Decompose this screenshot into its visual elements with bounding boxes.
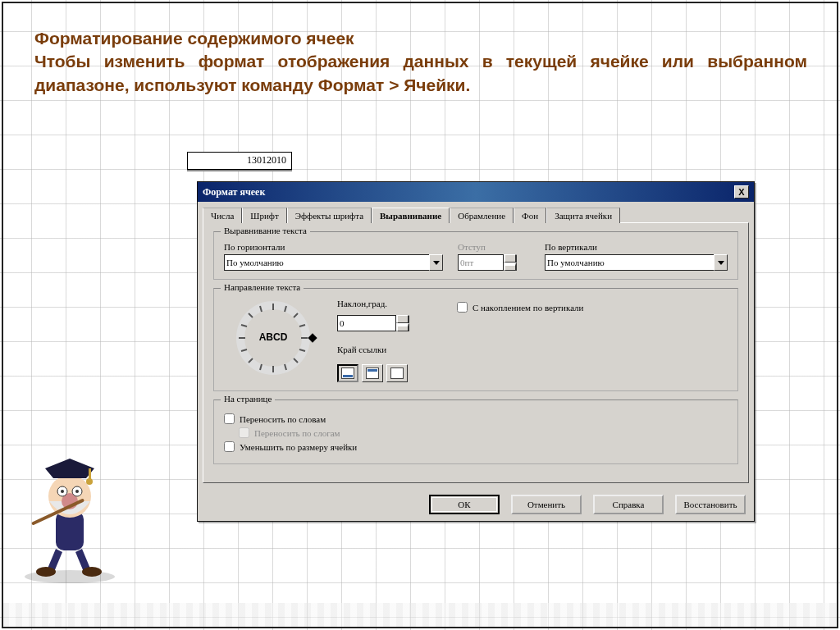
text-direction-legend: Направление текста	[221, 282, 304, 292]
hyphenation-input	[239, 427, 249, 438]
vertically-stacked-label: С накоплением по вертикали	[472, 303, 584, 313]
vertical-value[interactable]	[545, 254, 714, 271]
svg-rect-10	[89, 468, 91, 480]
svg-point-14	[82, 567, 102, 577]
indent-value	[458, 254, 504, 271]
slide-body-line: Чтобы изменить формат отображения данных…	[34, 50, 807, 97]
shrink-to-fit-input[interactable]	[224, 441, 235, 452]
tab-cell-protection[interactable]: Защита ячейки	[546, 208, 620, 223]
indent-label: Отступ	[458, 242, 530, 252]
vertically-stacked-checkbox[interactable]: С накоплением по вертикали	[457, 302, 584, 313]
svg-point-11	[86, 478, 93, 485]
dial-text: ABCD	[234, 331, 313, 343]
shrink-to-fit-label: Уменьшить по размеру ячейки	[240, 442, 357, 452]
alignment-panel: Выравнивание текста По горизонтали Отсту…	[203, 222, 749, 483]
svg-point-13	[36, 567, 56, 577]
angle-label: Наклон,град.	[337, 299, 409, 308]
ref-edge-inside[interactable]	[386, 364, 408, 382]
tab-numbers[interactable]: Числа	[203, 208, 242, 223]
spin-up-icon[interactable]	[396, 315, 409, 323]
properties-legend: На странице	[221, 394, 275, 404]
spin-down-icon	[504, 262, 517, 271]
horizontal-label: По горизонтали	[224, 242, 443, 252]
svg-marker-8	[45, 468, 94, 478]
hyphenation-label: Переносить по слогам	[254, 428, 340, 438]
spin-up-icon	[504, 254, 517, 262]
footer-pattern	[2, 603, 838, 628]
close-button[interactable]: X	[734, 185, 749, 199]
reset-button[interactable]: Восстановить	[675, 495, 746, 514]
spin-down-icon[interactable]	[396, 323, 409, 331]
hyphenation-checkbox: Переносить по слогам	[224, 427, 728, 438]
tab-background[interactable]: Фон	[514, 208, 546, 223]
wrap-words-label: Переносить по словам	[240, 414, 326, 424]
tab-font-effects[interactable]: Эффекты шрифта	[287, 208, 372, 223]
reference-edge-label: Край ссылки	[337, 345, 409, 354]
vertically-stacked-input[interactable]	[457, 302, 468, 313]
text-direction-group: Направление текста	[213, 288, 738, 391]
vertical-select[interactable]	[545, 254, 728, 271]
horizontal-value[interactable]	[224, 254, 429, 271]
cancel-button[interactable]: Отменить	[511, 495, 582, 514]
wrap-words-input[interactable]	[224, 413, 235, 424]
indent-spin-buttons	[504, 254, 517, 271]
ref-edge-bottom[interactable]	[337, 364, 358, 382]
indent-spinner	[458, 254, 530, 271]
svg-point-7	[75, 490, 79, 493]
close-icon: X	[738, 187, 744, 197]
horizontal-select[interactable]	[224, 254, 443, 271]
wrap-words-checkbox[interactable]: Переносить по словам	[224, 413, 728, 424]
rotation-dial[interactable]: ABCD	[234, 299, 313, 377]
slide-heading: Форматирование содержимого ячеек Чтобы и…	[34, 27, 807, 97]
mascot-professor-icon	[16, 454, 123, 585]
svg-marker-9	[45, 459, 94, 468]
slide-title-line: Форматирование содержимого ячеек	[34, 27, 807, 50]
vertical-label: По вертикали	[545, 242, 728, 252]
format-cells-dialog: Формат ячеек X Числа Шрифт Эффекты шрифт…	[197, 181, 755, 522]
chevron-down-icon[interactable]	[714, 254, 728, 271]
spreadsheet-cell: 13012010	[187, 152, 292, 170]
svg-point-6	[61, 490, 64, 493]
tab-font[interactable]: Шрифт	[242, 208, 286, 223]
tab-borders[interactable]: Обрамление	[450, 208, 514, 223]
ref-edge-top[interactable]	[362, 364, 383, 382]
help-button[interactable]: Справка	[593, 495, 664, 514]
angle-value[interactable]	[337, 315, 396, 331]
properties-group: На странице Переносить по словам Перенос…	[213, 399, 738, 464]
text-alignment-group: Выравнивание текста По горизонтали Отсту…	[213, 231, 738, 280]
shrink-to-fit-checkbox[interactable]: Уменьшить по размеру ячейки	[224, 441, 728, 452]
angle-spinner[interactable]	[337, 315, 409, 331]
dialog-titlebar[interactable]: Формат ячеек X	[198, 182, 754, 202]
tabs-bar: Числа Шрифт Эффекты шрифта Выравнивание …	[198, 202, 754, 222]
ok-button[interactable]: ОК	[429, 495, 500, 514]
reference-edge-buttons	[337, 364, 409, 382]
text-alignment-legend: Выравнивание текста	[221, 226, 310, 235]
tab-alignment[interactable]: Выравнивание	[372, 208, 450, 223]
dialog-title: Формат ячеек	[203, 186, 265, 199]
dialog-buttons: ОК Отменить Справка Восстановить	[198, 488, 754, 521]
chevron-down-icon[interactable]	[429, 254, 443, 271]
